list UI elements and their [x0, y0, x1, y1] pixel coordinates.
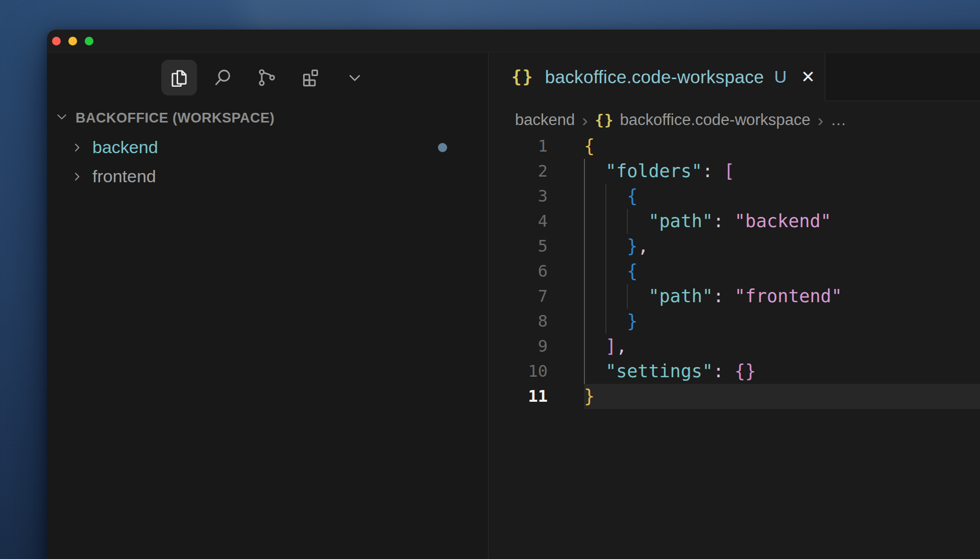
source-control-icon: [256, 67, 278, 88]
code-line-2[interactable]: 2 "folders": [: [488, 159, 980, 184]
tree-item-backend[interactable]: backend: [47, 133, 488, 162]
code-line-5[interactable]: 5 },: [488, 234, 980, 259]
json-braces-icon: {}: [595, 111, 614, 129]
chevron-down-icon: [55, 110, 68, 126]
indent-guide: [627, 209, 628, 234]
source-control-tab[interactable]: [249, 60, 285, 95]
modified-badge-dot: [438, 143, 447, 152]
explorer-panel: BACKOFFICE (WORKSPACE) backendfrontend: [47, 103, 488, 191]
line-content: "settings": {}: [584, 359, 980, 384]
code-line-6[interactable]: 6 {: [488, 259, 980, 284]
window-body: BACKOFFICE (WORKSPACE) backendfrontend {…: [47, 52, 980, 559]
breadcrumb-separator-icon: ›: [818, 110, 823, 130]
line-number: 4: [488, 209, 548, 234]
line-content: "path": "frontend": [584, 284, 980, 309]
tab-bar-empty-space: [825, 53, 980, 101]
zoom-window-button[interactable]: [85, 37, 93, 45]
line-content: ],: [584, 334, 980, 359]
line-number: 7: [488, 284, 548, 309]
code-line-4[interactable]: 4 "path": "backend": [488, 209, 980, 234]
line-number: 10: [488, 359, 548, 384]
close-tab-icon[interactable]: ✕: [801, 67, 815, 87]
line-content: }: [584, 384, 980, 409]
close-window-button[interactable]: [52, 37, 61, 45]
tab-bar: {} backoffice.code-workspace U ✕: [488, 53, 980, 101]
editor-group: {} backoffice.code-workspace U ✕ backend…: [488, 53, 980, 559]
code-line-7[interactable]: 7 "path": "frontend": [488, 284, 980, 309]
code-editor[interactable]: 1{2 "folders": [3 {4 "path": "backend"5 …: [488, 134, 980, 559]
line-content: {: [584, 134, 980, 159]
vscode-window: BACKOFFICE (WORKSPACE) backendfrontend {…: [47, 30, 980, 559]
code-line-8[interactable]: 8 }: [488, 309, 980, 334]
indent-guide: [605, 184, 606, 334]
chevron-right-icon: [71, 171, 84, 183]
json-braces-icon: {}: [511, 67, 534, 87]
line-number: 5: [488, 234, 548, 259]
breadcrumb-segment[interactable]: backend: [515, 111, 575, 129]
line-number: 3: [488, 184, 548, 209]
code-line-9[interactable]: 9 ],: [488, 334, 980, 359]
search-tab[interactable]: [205, 60, 241, 95]
activity-bar: [161, 60, 373, 95]
line-number: 6: [488, 259, 548, 284]
git-status-badge: U: [774, 67, 787, 87]
tab-backoffice-code-workspace[interactable]: {} backoffice.code-workspace U ✕: [488, 53, 825, 101]
indent-guide: [627, 284, 628, 309]
breadcrumb-segment[interactable]: backoffice.code-workspace: [620, 111, 810, 129]
line-content: },: [584, 234, 980, 259]
chevron-down-icon: [346, 68, 364, 87]
extensions-tab[interactable]: [293, 60, 329, 95]
titlebar: [47, 30, 980, 52]
breadcrumb: backend›{}backoffice.code-workspace›…: [488, 101, 980, 134]
line-content: "folders": [: [584, 159, 980, 184]
line-content: "path": "backend": [584, 209, 980, 234]
workspace-section-title: BACKOFFICE (WORKSPACE): [76, 110, 275, 126]
line-number: 8: [488, 309, 548, 334]
breadcrumb-separator-icon: ›: [582, 110, 587, 130]
code-line-3[interactable]: 3 {: [488, 184, 980, 209]
chevron-right-icon: [71, 141, 84, 154]
line-content: {: [584, 259, 980, 284]
code-line-11[interactable]: 11}: [488, 384, 980, 409]
explorer-tab[interactable]: [161, 60, 197, 95]
tab-label: backoffice.code-workspace: [545, 67, 764, 87]
line-content: }: [584, 309, 980, 334]
code-line-1[interactable]: 1{: [488, 134, 980, 159]
workspace-section-header[interactable]: BACKOFFICE (WORKSPACE): [47, 103, 488, 133]
sidebar: BACKOFFICE (WORKSPACE) backendfrontend: [47, 53, 488, 559]
code-line-10[interactable]: 10 "settings": {}: [488, 359, 980, 384]
line-number: 1: [488, 134, 548, 159]
more-views-button[interactable]: [337, 60, 373, 95]
tree-item-frontend[interactable]: frontend: [47, 162, 488, 191]
files-icon: [168, 67, 190, 88]
indent-guide: [584, 159, 585, 384]
tree-item-label: frontend: [92, 166, 156, 186]
line-number: 11: [488, 384, 548, 409]
extensions-icon: [300, 67, 322, 88]
minimize-window-button[interactable]: [68, 37, 77, 45]
file-tree: backendfrontend: [47, 133, 488, 191]
line-content: {: [584, 184, 980, 209]
line-number: 9: [488, 334, 548, 359]
line-number: 2: [488, 159, 548, 184]
breadcrumb-segment[interactable]: …: [830, 111, 846, 129]
tree-item-label: backend: [92, 137, 158, 157]
search-icon: [212, 67, 234, 88]
